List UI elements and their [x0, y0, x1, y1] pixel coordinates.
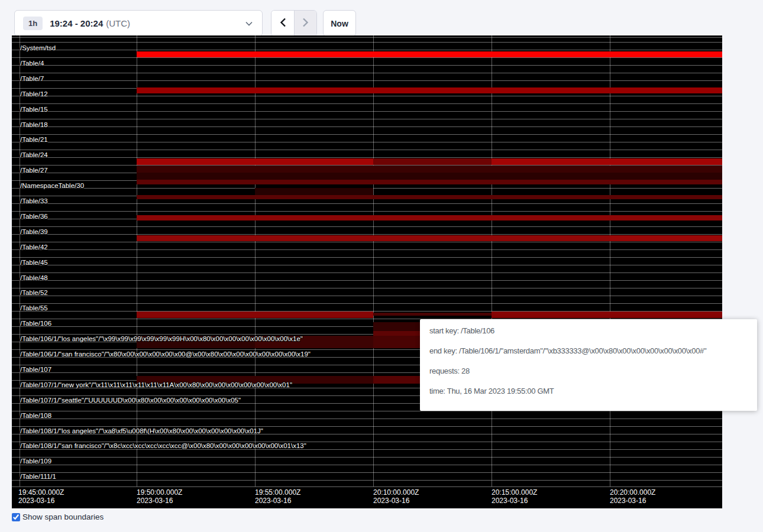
- heat-band-segment[interactable]: [492, 158, 722, 165]
- heat-band-segment[interactable]: [137, 87, 722, 93]
- row-label: /Table/27: [20, 167, 48, 174]
- grid-line-h: [12, 411, 722, 411]
- heat-band-segment[interactable]: [373, 158, 492, 165]
- grid-line-h: [12, 486, 722, 487]
- chevron-left-icon: [280, 18, 286, 29]
- grid-line-h: [12, 265, 722, 265]
- heat-band-segment[interactable]: [137, 215, 722, 220]
- grid-line-v: [610, 35, 610, 486]
- grid-line-h: [12, 126, 722, 127]
- x-tick-date: 2023-03-16: [610, 497, 655, 505]
- grid-line-h: [12, 111, 722, 112]
- key-visualizer-canvas[interactable]: /System/tsd/Table/4/Table/7/Table/12/Tab…: [12, 35, 722, 508]
- duration-badge: 1h: [23, 17, 43, 30]
- grid-line-h: [12, 134, 722, 135]
- x-tick-time: 20:15:00.000Z: [492, 488, 537, 497]
- row-label: /System/tsd: [20, 44, 56, 51]
- row-label: /Table/4: [20, 60, 44, 67]
- grid-line-h: [12, 449, 722, 450]
- row-label: /Table/36: [20, 213, 48, 220]
- heat-band-segment[interactable]: [610, 235, 722, 241]
- row-label: /Table/106/1/"los angeles"/"\x99\x99\x99…: [20, 335, 303, 342]
- row-label: /Table/33: [20, 197, 48, 205]
- grid-line-h: [12, 249, 722, 250]
- grid-line-h: [12, 42, 722, 43]
- grid-line-h: [12, 103, 722, 104]
- x-tick: 19:50:00.000Z2023-03-16: [137, 488, 182, 505]
- row-label: /Table/48: [20, 274, 48, 281]
- grid-line-h: [12, 65, 722, 66]
- grid-line-h: [12, 80, 722, 81]
- grid-line-h: [12, 303, 722, 304]
- row-label: /Table/15: [20, 106, 48, 113]
- grid-line-h: [12, 211, 722, 212]
- row-label: /Table/107/1/"seattle"/"UUUUUUD\x00\x80\…: [20, 397, 241, 404]
- x-tick-time: 20:10:00.000Z: [373, 488, 419, 497]
- prev-time-button[interactable]: [271, 11, 294, 36]
- row-label: /Table/52: [20, 289, 48, 296]
- tooltip-end-key: end key: /Table/106/1/"amsterdam"/"\xb33…: [429, 347, 751, 355]
- grid-line-h: [12, 257, 722, 258]
- row-label: /Table/111/1: [20, 473, 56, 480]
- row-label: /Table/7: [20, 75, 44, 82]
- tooltip-time: time: Thu, 16 Mar 2023 19:55:00 GMT: [429, 387, 751, 395]
- row-label: /Table/109: [20, 458, 51, 465]
- tooltip-start-key: start key: /Table/106: [429, 327, 751, 335]
- next-time-button[interactable]: [294, 11, 316, 36]
- footer-controls: Show span boundaries: [12, 512, 104, 521]
- heat-band-segment[interactable]: [137, 235, 610, 241]
- grid-line-h: [12, 288, 722, 288]
- heat-band-segment[interactable]: [255, 188, 373, 195]
- row-label: /Table/45: [20, 259, 48, 266]
- grid-line-h: [12, 426, 722, 427]
- x-tick: 19:45:00.000Z2023-03-16: [18, 488, 64, 505]
- grid-line-h: [12, 50, 722, 50]
- row-label: /Table/21: [20, 136, 48, 143]
- row-label: /Table/12: [20, 90, 48, 98]
- heat-band-segment[interactable]: [137, 166, 722, 173]
- grid-line-h: [12, 203, 722, 204]
- row-label: /Table/55: [20, 304, 48, 312]
- show-span-boundaries-checkbox[interactable]: [12, 513, 20, 521]
- x-tick-time: 19:50:00.000Z: [137, 488, 182, 497]
- x-tick: 20:15:00.000Z2023-03-16: [492, 488, 537, 505]
- row-label: /Table/106: [20, 320, 51, 327]
- heat-band-segment[interactable]: [137, 195, 722, 199]
- x-tick: 19:55:00.000Z2023-03-16: [255, 488, 300, 505]
- heat-band-segment[interactable]: [373, 313, 492, 316]
- chevron-down-icon: [245, 21, 253, 26]
- tooltip-requests: requests: 28: [429, 367, 751, 375]
- x-tick-date: 2023-03-16: [255, 497, 300, 505]
- grid-line-h: [12, 234, 722, 235]
- grid-line-v: [373, 35, 374, 486]
- heat-band-segment[interactable]: [137, 180, 722, 184]
- heat-band-segment[interactable]: [137, 312, 373, 318]
- grid-line-h: [12, 96, 722, 96]
- grid-line-h: [12, 296, 722, 296]
- row-label: /Table/108: [20, 412, 51, 419]
- x-tick-date: 2023-03-16: [492, 497, 537, 505]
- grid-line-h: [12, 73, 722, 73]
- row-label: /Table/107: [20, 366, 51, 373]
- grid-line-h: [12, 37, 722, 38]
- x-tick-time: 19:55:00.000Z: [255, 488, 300, 497]
- grid-line-h: [12, 142, 722, 142]
- heat-band-segment[interactable]: [137, 158, 373, 165]
- time-range-selector[interactable]: 1h 19:24 - 20:24 (UTC): [14, 10, 263, 37]
- x-tick-time: 20:20:00.000Z: [610, 488, 655, 497]
- x-tick: 20:20:00.000Z2023-03-16: [610, 488, 655, 505]
- grid-line-h: [12, 57, 722, 58]
- grid-line-h: [12, 242, 722, 242]
- heat-band-segment[interactable]: [137, 173, 722, 180]
- grid-line-h: [12, 273, 722, 273]
- row-label: /Table/39: [20, 228, 48, 235]
- chevron-right-icon: [302, 18, 309, 29]
- row-label: /Table/107/1/"new york"/"\x11\x11\x11\x1…: [20, 381, 292, 388]
- heat-band-segment[interactable]: [492, 312, 722, 318]
- grid-line-h: [12, 280, 722, 281]
- row-label: /Table/108/1/"los angeles"/"\xa8\xf5\u00…: [20, 427, 263, 434]
- now-button[interactable]: Now: [323, 10, 356, 37]
- heat-band-segment[interactable]: [137, 51, 722, 57]
- x-tick-date: 2023-03-16: [373, 497, 419, 505]
- grid-line-h: [12, 472, 722, 473]
